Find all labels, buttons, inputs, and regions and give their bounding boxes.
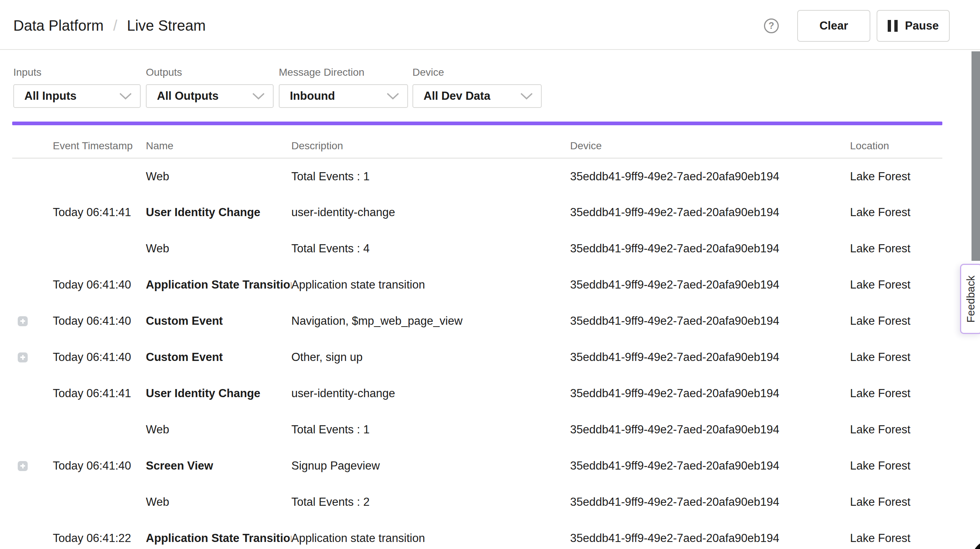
table-row[interactable]: Today 06:41:40 Screen View Signup Pagevi… bbox=[12, 448, 942, 484]
cell-location: Lake Forest bbox=[850, 231, 942, 267]
page-title: Live Stream bbox=[127, 18, 206, 34]
column-location: Location bbox=[850, 125, 942, 158]
cell-description: Other, sign up bbox=[291, 339, 570, 375]
chevron-down-icon bbox=[520, 93, 533, 100]
cell-name: Custom Event bbox=[146, 339, 291, 375]
vertical-scrollbar-thumb[interactable] bbox=[972, 51, 980, 261]
device-dropdown[interactable]: All Dev Data bbox=[412, 84, 542, 108]
table-row[interactable]: Today 06:41:40 Custom Event Navigation, … bbox=[12, 303, 942, 339]
cell-expand bbox=[12, 448, 53, 484]
filter-message-direction-label: Message Direction bbox=[279, 66, 408, 79]
cell-device: 35eddb41-9ff9-49e2-7aed-20afa90eb194 bbox=[570, 158, 850, 194]
cell-device: 35eddb41-9ff9-49e2-7aed-20afa90eb194 bbox=[570, 267, 850, 303]
cell-event-timestamp: Today 06:41:22 bbox=[53, 520, 146, 549]
cell-event-timestamp: Today 06:41:41 bbox=[53, 375, 146, 412]
cell-event-timestamp: Today 06:41:40 bbox=[53, 267, 146, 303]
filter-device: Device All Dev Data bbox=[412, 66, 542, 108]
breadcrumb: Data Platform / Live Stream bbox=[13, 18, 206, 34]
cell-device: 35eddb41-9ff9-49e2-7aed-20afa90eb194 bbox=[570, 339, 850, 375]
cell-device: 35eddb41-9ff9-49e2-7aed-20afa90eb194 bbox=[570, 375, 850, 412]
table-row[interactable]: Today 06:41:41 User Identity Change user… bbox=[12, 194, 942, 231]
cell-expand bbox=[12, 158, 53, 194]
cell-device: 35eddb41-9ff9-49e2-7aed-20afa90eb194 bbox=[570, 484, 850, 520]
table-row[interactable]: Web Total Events : 1 35eddb41-9ff9-49e2-… bbox=[12, 412, 942, 448]
cell-expand bbox=[12, 303, 53, 339]
cell-name: Screen View bbox=[146, 448, 291, 484]
filter-message-direction: Message Direction Inbound bbox=[279, 66, 408, 108]
cell-location: Lake Forest bbox=[850, 303, 942, 339]
cell-name: Web bbox=[146, 158, 291, 194]
cell-expand bbox=[12, 412, 53, 448]
feedback-tab-label: Feedback bbox=[965, 275, 977, 322]
table-row[interactable]: Web Total Events : 4 35eddb41-9ff9-49e2-… bbox=[12, 231, 942, 267]
table-row[interactable]: Today 06:41:40 Custom Event Other, sign … bbox=[12, 339, 942, 375]
cell-event-timestamp bbox=[53, 484, 146, 520]
outputs-dropdown-value: All Outputs bbox=[157, 89, 219, 103]
cell-device: 35eddb41-9ff9-49e2-7aed-20afa90eb194 bbox=[570, 194, 850, 231]
cell-location: Lake Forest bbox=[850, 267, 942, 303]
cell-location: Lake Forest bbox=[850, 412, 942, 448]
cell-event-timestamp bbox=[53, 231, 146, 267]
help-icon[interactable]: ? bbox=[764, 19, 779, 33]
column-expand bbox=[12, 125, 53, 158]
outputs-dropdown[interactable]: All Outputs bbox=[146, 84, 274, 108]
cell-description: Signup Pageview bbox=[291, 448, 570, 484]
pause-button[interactable]: Pause bbox=[877, 10, 950, 42]
table-row[interactable]: Today 06:41:22 Application State Transit… bbox=[12, 520, 942, 549]
feedback-tab[interactable]: Feedback bbox=[960, 264, 980, 334]
cell-location: Lake Forest bbox=[850, 158, 942, 194]
clear-button[interactable]: Clear bbox=[797, 10, 870, 42]
cell-expand bbox=[12, 231, 53, 267]
cell-event-timestamp bbox=[53, 158, 146, 194]
cell-device: 35eddb41-9ff9-49e2-7aed-20afa90eb194 bbox=[570, 303, 850, 339]
cell-name: Web bbox=[146, 412, 291, 448]
filter-outputs-label: Outputs bbox=[146, 66, 274, 79]
expand-row-icon[interactable] bbox=[18, 316, 28, 326]
app-header: Data Platform / Live Stream ? Clear Paus… bbox=[0, 0, 980, 50]
cell-expand bbox=[12, 194, 53, 231]
filter-inputs-label: Inputs bbox=[13, 66, 141, 79]
cell-location: Lake Forest bbox=[850, 520, 942, 549]
cell-location: Lake Forest bbox=[850, 375, 942, 412]
live-stream-page: Data Platform / Live Stream ? Clear Paus… bbox=[0, 0, 980, 549]
table-header-row: Event Timestamp Name Description Device … bbox=[12, 125, 942, 158]
breadcrumb-section[interactable]: Data Platform bbox=[13, 18, 104, 34]
cell-location: Lake Forest bbox=[850, 484, 942, 520]
expand-row-icon[interactable] bbox=[18, 461, 28, 471]
filter-inputs: Inputs All Inputs bbox=[13, 66, 141, 108]
device-dropdown-value: All Dev Data bbox=[423, 89, 490, 103]
expand-row-icon[interactable] bbox=[18, 353, 28, 362]
filter-outputs: Outputs All Outputs bbox=[146, 66, 274, 108]
cell-expand bbox=[12, 339, 53, 375]
cell-description: Application state transition bbox=[291, 520, 570, 549]
cell-device: 35eddb41-9ff9-49e2-7aed-20afa90eb194 bbox=[570, 448, 850, 484]
cell-location: Lake Forest bbox=[850, 194, 942, 231]
cell-event-timestamp: Today 06:41:40 bbox=[53, 303, 146, 339]
cell-event-timestamp bbox=[53, 412, 146, 448]
cell-name: Web bbox=[146, 484, 291, 520]
header-actions: ? Clear Pause bbox=[764, 10, 950, 42]
cell-device: 35eddb41-9ff9-49e2-7aed-20afa90eb194 bbox=[570, 520, 850, 549]
cell-expand bbox=[12, 267, 53, 303]
cell-name: User Identity Change bbox=[146, 375, 291, 412]
cell-expand bbox=[12, 375, 53, 412]
cell-expand bbox=[12, 520, 53, 549]
table-row[interactable]: Web Total Events : 2 35eddb41-9ff9-49e2-… bbox=[12, 484, 942, 520]
cell-name: Application State Transition bbox=[146, 520, 291, 549]
cell-description: user-identity-change bbox=[291, 375, 570, 412]
events-table: Event Timestamp Name Description Device … bbox=[12, 125, 942, 549]
message-direction-dropdown[interactable]: Inbound bbox=[279, 84, 408, 108]
table-row[interactable]: Web Total Events : 1 35eddb41-9ff9-49e2-… bbox=[12, 158, 942, 194]
column-name: Name bbox=[146, 125, 291, 158]
chevron-down-icon bbox=[252, 93, 265, 100]
column-device: Device bbox=[570, 125, 850, 158]
cell-expand bbox=[12, 484, 53, 520]
cell-event-timestamp: Today 06:41:40 bbox=[53, 339, 146, 375]
inputs-dropdown[interactable]: All Inputs bbox=[13, 84, 141, 108]
chat-bubble-icon[interactable] bbox=[971, 539, 980, 549]
cell-description: Total Events : 4 bbox=[291, 231, 570, 267]
pause-button-label: Pause bbox=[905, 19, 939, 32]
table-row[interactable]: Today 06:41:41 User Identity Change user… bbox=[12, 375, 942, 412]
cell-name: User Identity Change bbox=[146, 194, 291, 231]
table-row[interactable]: Today 06:41:40 Application State Transit… bbox=[12, 267, 942, 303]
